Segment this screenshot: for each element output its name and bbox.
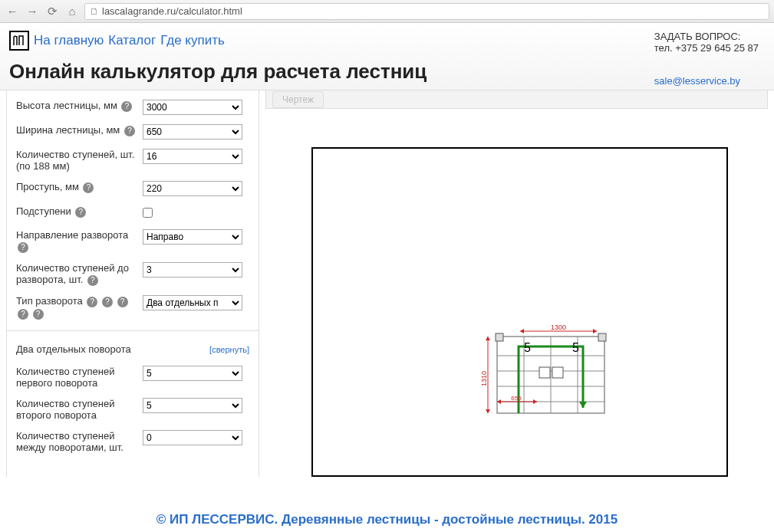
svg-text:5: 5 <box>524 341 531 354</box>
forward-button[interactable]: → <box>25 4 40 19</box>
logo-icon <box>9 31 29 51</box>
tab-drawing[interactable]: Чертеж <box>272 91 324 108</box>
page-title: Онлайн калькулятор для расчета лестниц <box>9 60 765 84</box>
home-button[interactable]: ⌂ <box>64 4 80 19</box>
page-icon: 🗋 <box>90 6 99 17</box>
contact-ask: ЗАДАТЬ ВОПРОС: <box>654 31 759 42</box>
second-turn-label: Количество ступеней второго поворота <box>16 398 114 421</box>
nav-catalog[interactable]: Каталог <box>108 33 156 48</box>
svg-rect-20 <box>552 367 563 378</box>
help-icon[interactable]: ? <box>33 309 44 320</box>
steps-before-label: Количество ступеней до разворота, шт. <box>16 262 129 285</box>
svg-marker-7 <box>486 409 490 413</box>
help-icon[interactable]: ? <box>102 297 113 307</box>
help-icon[interactable]: ? <box>117 297 128 307</box>
turn-type-select[interactable]: Два отдельных п <box>143 295 242 310</box>
height-label: Высота лестницы, мм <box>16 100 117 111</box>
width-select[interactable]: 650 <box>143 124 242 140</box>
height-select[interactable]: 3000 <box>143 100 242 115</box>
params-sidebar: Высота лестницы, мм ? 3000 Ширина лестни… <box>6 90 259 477</box>
nav-home[interactable]: На главную <box>34 33 104 48</box>
steps-select[interactable]: 16 <box>143 149 242 164</box>
reload-button[interactable]: ⟳ <box>44 4 60 19</box>
svg-marker-3 <box>593 329 597 333</box>
back-button[interactable]: ← <box>5 4 20 19</box>
help-icon[interactable]: ? <box>18 309 28 320</box>
section-title: Два отдельных поворота <box>16 343 131 355</box>
svg-rect-11 <box>598 333 606 341</box>
direction-label: Направление разворота <box>16 229 128 241</box>
svg-marker-26 <box>533 399 537 404</box>
contact-email[interactable]: sale@lesservice.by <box>654 75 740 87</box>
svg-marker-6 <box>486 337 490 340</box>
risers-label: Подступени <box>16 205 71 217</box>
svg-marker-2 <box>520 329 524 333</box>
stair-schematic: 1300 1310 <box>482 325 612 425</box>
tab-bar: Чертеж <box>265 90 768 109</box>
steps-label: Количество ступеней, шт. (по 188 мм) <box>16 149 134 172</box>
svg-text:5: 5 <box>572 341 579 354</box>
help-icon[interactable]: ? <box>124 126 135 136</box>
help-icon[interactable]: ? <box>87 297 97 307</box>
help-icon[interactable]: ? <box>87 275 98 286</box>
help-icon[interactable]: ? <box>83 182 94 193</box>
svg-text:1300: 1300 <box>551 325 566 331</box>
svg-marker-21 <box>579 402 587 408</box>
collapse-link[interactable]: [свернуть] <box>209 345 249 354</box>
content-area: Чертеж 1300 1310 <box>259 90 774 477</box>
page-header: На главную Каталог Где купить ЗАДАТЬ ВОП… <box>0 23 774 90</box>
first-turn-select[interactable]: 5 <box>143 366 242 381</box>
top-nav: На главную Каталог Где купить <box>9 31 765 51</box>
width-label: Ширина лестницы, мм <box>16 124 120 136</box>
help-icon[interactable]: ? <box>121 101 132 112</box>
risers-checkbox[interactable] <box>143 208 153 218</box>
address-bar[interactable]: 🗋 lascalagrande.ru/calculator.html <box>84 3 769 20</box>
direction-select[interactable]: Направо <box>143 229 242 245</box>
svg-text:1310: 1310 <box>482 371 488 386</box>
svg-marker-25 <box>497 399 501 404</box>
contact-block: ЗАДАТЬ ВОПРОС: тел. +375 29 645 25 87 sa… <box>654 31 759 87</box>
svg-text:650: 650 <box>511 395 522 402</box>
nav-where[interactable]: Где купить <box>160 33 225 48</box>
help-icon[interactable]: ? <box>18 242 28 253</box>
turn-type-label: Тип разворота <box>16 295 83 307</box>
url-text: lascalagrande.ru/calculator.html <box>102 5 242 17</box>
between-label: Количество ступеней между поворотами, шт… <box>16 430 124 453</box>
drawing-canvas: 1300 1310 <box>311 147 728 477</box>
first-turn-label: Количество ступеней первого поворота <box>16 366 114 389</box>
browser-toolbar: ← → ⟳ ⌂ 🗋 lascalagrande.ru/calculator.ht… <box>0 0 774 23</box>
second-turn-select[interactable]: 5 <box>143 398 242 413</box>
svg-rect-19 <box>539 367 550 378</box>
svg-rect-10 <box>496 333 503 341</box>
main-area: Высота лестницы, мм ? 3000 Ширина лестни… <box>0 90 774 477</box>
contact-tel: тел. +375 29 645 25 87 <box>654 42 759 54</box>
steps-before-select[interactable]: 3 <box>143 262 242 277</box>
help-icon[interactable]: ? <box>75 207 86 218</box>
tread-select[interactable]: 220 <box>143 181 242 196</box>
between-select[interactable]: 0 <box>143 430 242 445</box>
tread-label: Проступь, мм <box>16 181 79 192</box>
